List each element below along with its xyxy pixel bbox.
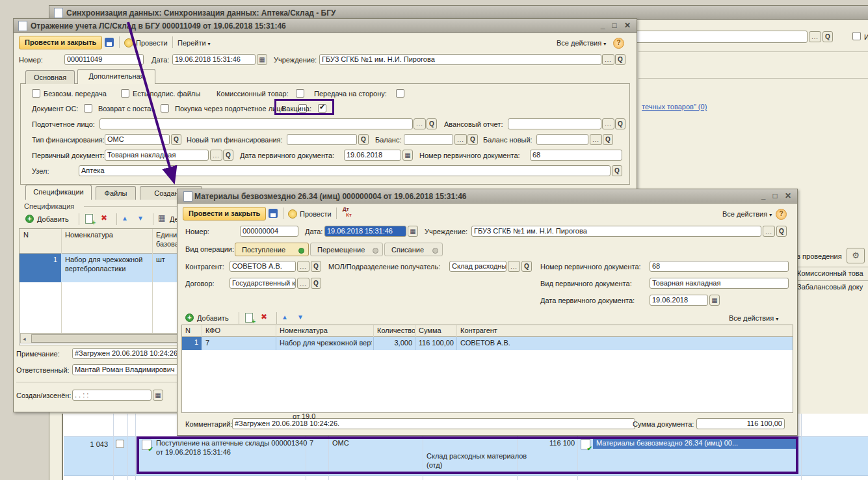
- kontragent-ellipsis-button[interactable]: [297, 261, 309, 272]
- close-icon[interactable]: ✕: [622, 21, 633, 30]
- date-perv-field[interactable]: 19.06.2018: [650, 295, 708, 306]
- avans-field[interactable]: [508, 118, 601, 129]
- bezvozm-checkbox[interactable]: [32, 89, 40, 98]
- balans-field[interactable]: [404, 134, 453, 145]
- post-close-button[interactable]: Провести и закрыть: [183, 207, 266, 220]
- right-pane-header[interactable]: Комиссионный това: [795, 267, 868, 281]
- post-icon[interactable]: [288, 209, 297, 219]
- minimize-icon[interactable]: _: [598, 21, 608, 30]
- spec-col-nomen[interactable]: Номенклатура: [65, 231, 113, 239]
- col-kfo[interactable]: КФО: [205, 327, 220, 334]
- date-field-selected[interactable]: 19.06.2018 15:31:46: [324, 226, 406, 237]
- search-icon[interactable]: [822, 31, 833, 42]
- created-field[interactable]: . . : :: [72, 390, 151, 401]
- org-ellipsis-button[interactable]: [763, 226, 775, 237]
- org-field[interactable]: ГБУЗ СГКБ №1 им. Н.И. Пирогова: [319, 54, 601, 65]
- move-up-icon[interactable]: [282, 313, 288, 321]
- vozvrat-checkbox[interactable]: [161, 104, 169, 113]
- add-button[interactable]: Добавить: [37, 215, 69, 223]
- scroll-left-icon[interactable]: [23, 334, 26, 342]
- vid-spisanie-button[interactable]: Списание: [384, 243, 443, 256]
- fin-type-search-icon[interactable]: [171, 134, 181, 145]
- col-n[interactable]: N: [185, 327, 191, 334]
- sum-field[interactable]: 116 100,00: [696, 418, 785, 429]
- gear-icon[interactable]: [847, 248, 865, 263]
- tab-specifikacii[interactable]: Спецификации: [25, 185, 92, 200]
- post-icon[interactable]: [124, 38, 133, 47]
- fin-type-new-search-icon[interactable]: [358, 134, 369, 145]
- tab-osnovnaya[interactable]: Основная: [25, 70, 75, 84]
- spec-row-n-cell[interactable]: 1: [20, 254, 61, 282]
- post-close-button[interactable]: Провести и закрыть: [19, 36, 102, 49]
- all-actions-button[interactable]: Все действия: [722, 210, 772, 218]
- sync-search-ellipsis-button[interactable]: [809, 31, 821, 42]
- vid-perv-field[interactable]: Товарная накладная: [650, 278, 789, 289]
- all-actions-button[interactable]: Все действия: [557, 39, 606, 47]
- zabalansovyi-row[interactable]: Забалансовый доку: [797, 283, 863, 291]
- move-up-icon[interactable]: [122, 214, 128, 222]
- mol-ellipsis-button[interactable]: [508, 261, 520, 272]
- calendar-icon[interactable]: [402, 150, 413, 161]
- balans-search-icon[interactable]: [467, 134, 478, 145]
- uzel-field[interactable]: Аптека: [79, 165, 611, 176]
- org-search-icon[interactable]: [776, 226, 787, 237]
- balans-ellipsis-button[interactable]: [454, 134, 467, 145]
- move-down-icon[interactable]: [137, 214, 144, 222]
- avans-search-icon[interactable]: [615, 118, 625, 129]
- mol-search-icon[interactable]: [521, 261, 532, 272]
- calendar-icon[interactable]: [709, 295, 720, 306]
- calendar-icon[interactable]: [153, 390, 163, 401]
- otrazhenie-titlebar[interactable]: Отражение учета ЛС/Склад в БГУ 000011049…: [14, 19, 637, 33]
- post-button[interactable]: Провести: [136, 39, 168, 47]
- materialy-titlebar[interactable]: Материалы безвозмездно 26.34 (имц) 00000…: [178, 189, 797, 204]
- detail-icon[interactable]: [158, 213, 165, 222]
- all-actions-items-button[interactable]: Все действия: [729, 314, 778, 322]
- org-field[interactable]: ГБУЗ СГКБ №1 им. Н.И. Пирогова: [471, 226, 761, 237]
- move-down-icon[interactable]: [297, 313, 304, 321]
- tab-dopolnitelnaya[interactable]: Дополнительная: [77, 69, 155, 84]
- col-nomen[interactable]: Номенклатура: [280, 327, 328, 334]
- post-button[interactable]: Провести: [300, 210, 332, 218]
- pervich-ellipsis-button[interactable]: [210, 150, 222, 161]
- number-field[interactable]: 000000004: [240, 226, 298, 237]
- close-icon[interactable]: ✕: [783, 191, 793, 200]
- kontragent-field[interactable]: СОВЕТОВ А.В.: [230, 261, 296, 272]
- pervich-date-field[interactable]: 19.06.2018: [344, 150, 401, 161]
- balans-new-field[interactable]: [536, 134, 588, 145]
- dogovor-field[interactable]: Государственный кон: [230, 278, 296, 289]
- pervich-search-icon[interactable]: [223, 150, 233, 161]
- vid-postuplenie-button[interactable]: Поступление: [235, 243, 309, 256]
- maximize-icon[interactable]: □: [609, 21, 620, 30]
- fin-type-field[interactable]: ОМС: [105, 134, 170, 145]
- vakcina-checkbox[interactable]: [318, 104, 326, 113]
- number-field[interactable]: 000011049: [64, 54, 144, 65]
- pervich-num-field[interactable]: 68: [530, 150, 622, 161]
- go-menu-button[interactable]: Перейти: [178, 39, 211, 47]
- vid-peremeshchenie-button[interactable]: Перемещение: [310, 243, 383, 256]
- storona-checkbox[interactable]: [396, 89, 404, 98]
- copy-icon[interactable]: [85, 214, 93, 224]
- kontragent-search-icon[interactable]: [311, 261, 321, 272]
- maximize-icon[interactable]: □: [770, 191, 780, 200]
- items-table[interactable]: N КФО Номенклатура Количество Сумма Конт…: [181, 325, 793, 413]
- items-row-selected[interactable]: 1 7 Набор для чрежкожной вертебропл... 3…: [182, 337, 793, 350]
- num-perv-field[interactable]: 68: [650, 261, 789, 272]
- delete-icon[interactable]: [261, 312, 267, 321]
- table-row[interactable]: [64, 475, 868, 480]
- col-kontragent[interactable]: Контрагент: [460, 327, 497, 334]
- copy-icon[interactable]: [245, 313, 253, 323]
- add-icon[interactable]: [25, 215, 34, 223]
- komission-checkbox[interactable]: [296, 89, 304, 98]
- uzel-search-icon[interactable]: [612, 165, 622, 176]
- doc1-title-line2[interactable]: от 19.06.2018 15:31:46: [156, 448, 231, 456]
- org-search-icon[interactable]: [615, 54, 625, 65]
- delete-icon[interactable]: [101, 213, 107, 222]
- podotchet-field[interactable]: [99, 118, 413, 129]
- help-icon[interactable]: [613, 38, 624, 49]
- add-icon[interactable]: [185, 313, 194, 322]
- iz-vseh-checkbox[interactable]: [852, 32, 861, 40]
- doc-os-checkbox[interactable]: [84, 104, 92, 113]
- pervich-field[interactable]: Товарная накладная: [105, 150, 209, 161]
- help-icon[interactable]: [776, 209, 787, 220]
- balans-new-search-icon[interactable]: [603, 134, 613, 145]
